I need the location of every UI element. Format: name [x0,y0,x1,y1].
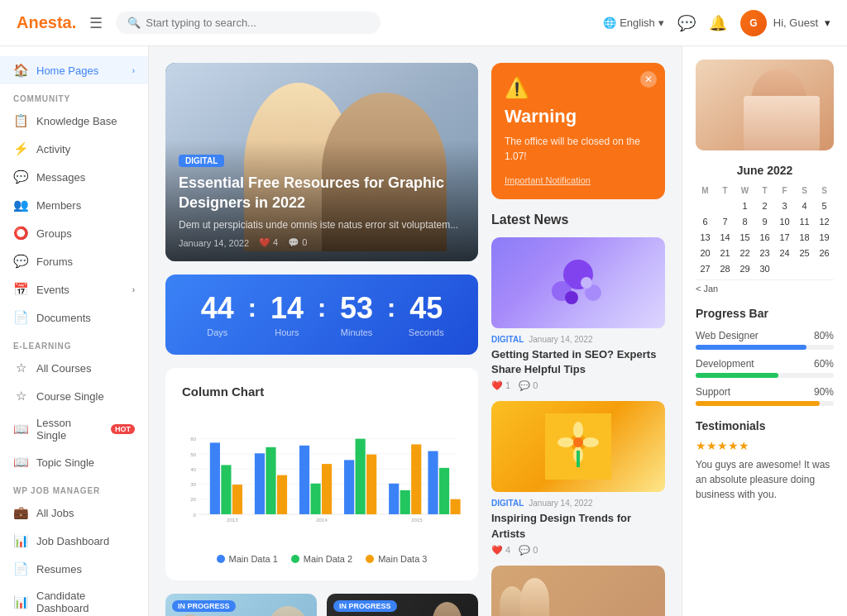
legend-label-1: Main Data 1 [229,554,278,564]
column-chart: 60 50 40 30 20 0 [182,412,462,544]
sidebar-item-course-single[interactable]: ☆Course Single [0,382,148,410]
sidebar-item-lesson-single[interactable]: 📖Lesson SingleHOT [0,410,148,448]
calendar-prev[interactable]: < Jan [696,284,718,294]
sidebar-item-documents[interactable]: 📄Documents [0,303,148,332]
cal-day-19[interactable]: 19 [815,230,834,245]
countdown-hours-label: Hours [275,327,299,337]
chat-button[interactable]: 💬 [677,14,696,32]
cal-day-14[interactable]: 14 [715,230,735,245]
svg-rect-18 [299,446,309,514]
chevron-right-icon: › [132,285,135,294]
cal-day-22[interactable]: 22 [735,246,754,260]
sidebar-item-resumes[interactable]: 📄Resumes [0,555,148,583]
cal-header-t1: T [715,184,735,198]
sidebar-item-home[interactable]: 🏠 Home Pages › [0,56,148,84]
svg-text:20: 20 [190,496,196,502]
cal-day-24[interactable]: 24 [775,246,794,260]
svg-point-42 [557,437,574,447]
cal-day-1[interactable]: 1 [735,198,754,213]
countdown-days-label: Days [207,327,227,337]
cal-day-8[interactable]: 8 [735,214,754,229]
cal-day-6[interactable]: 6 [696,214,715,229]
job-dashboard-icon: 📊 [13,533,28,548]
warning-link[interactable]: Important Notification [505,175,591,185]
latest-news-title: Latest News [491,212,665,227]
search-bar[interactable]: 🔍 [116,12,380,34]
sidebar-item-label: Knowledge Base [36,115,117,127]
news-article-3[interactable] [491,566,665,616]
user-menu[interactable]: G Hi, Guest ▾ [740,10,830,36]
cal-day-empty [696,198,715,213]
sidebar-item-groups[interactable]: ⭕Groups [0,219,148,247]
language-selector[interactable]: 🌐 English ▾ [603,17,664,29]
sidebar-item-members[interactable]: 👥Members [0,191,148,219]
sidebar-item-events[interactable]: 📅Events› [0,275,148,303]
in-progress-card-2[interactable]: IN PROGRESS [327,594,478,616]
cal-day-26[interactable]: 26 [815,246,834,260]
hero-meta: January 14, 2022 ❤️ 4 💬 0 [179,237,465,248]
course-single-icon: ☆ [13,389,28,404]
sidebar-item-forums[interactable]: 💬Forums [0,247,148,275]
sidebar-item-label: Course Single [36,390,104,403]
sidebar-item-job-dashboard[interactable]: 📊Job Dashboard [0,527,148,555]
sidebar-item-topic-single[interactable]: 📖Topic Single [0,448,148,476]
news-date-2: January 14, 2022 [529,499,592,508]
cal-day-16[interactable]: 16 [755,230,774,245]
news-article-1[interactable]: DIGITAL January 14, 2022 Getting Started… [491,237,665,391]
cal-day-4[interactable]: 4 [795,198,814,213]
warning-close-button[interactable]: ✕ [640,71,657,88]
cal-header-m: M [696,184,715,198]
app-layout: Anesta. ☰ 🔍 🌐 English ▾ 💬 🔔 G Hi, Guest … [0,0,847,616]
countdown-separator: : [318,293,327,337]
sidebar-item-knowledge-base[interactable]: 📋Knowledge Base [0,107,148,135]
countdown-days-value: 44 [190,291,245,326]
cal-day-29[interactable]: 29 [735,261,754,276]
sidebar-item-label: Groups [36,227,72,240]
svg-text:2015: 2015 [411,517,423,523]
wpjob-section-label: WP JOB MANAGER [0,476,148,499]
news-article-2[interactable]: DIGITAL January 14, 2022 Inspiring Desig… [491,401,665,555]
legend-dot-2 [291,555,299,563]
legend-item-1: Main Data 1 [217,554,278,564]
hero-card: DIGITAL Essential Free Resources for Gra… [165,63,478,261]
cal-day-23[interactable]: 23 [755,246,774,260]
cal-day-7[interactable]: 7 [715,214,735,229]
cal-day-17[interactable]: 17 [775,230,794,245]
cal-day-15[interactable]: 15 [735,230,754,245]
testimonials-stars: ★★★★★ [696,439,834,452]
messages-icon: 💬 [13,170,28,184]
in-progress-row: IN PROGRESS IN PROGRESS [165,594,478,616]
cal-day-30[interactable]: 30 [755,261,774,276]
progress-bar-bg-1 [696,345,834,350]
cal-day-13[interactable]: 13 [696,230,715,245]
cal-day-2[interactable]: 2 [755,198,774,213]
in-progress-card-1[interactable]: IN PROGRESS [165,594,317,616]
notifications-button[interactable]: 🔔 [709,14,727,32]
cal-day-9[interactable]: 9 [755,214,774,229]
sidebar-item-all-jobs[interactable]: 💼All Jobs [0,499,148,527]
cal-day-12[interactable]: 12 [815,214,834,229]
sidebar-item-candidate-dashboard[interactable]: 📊Candidate Dashboard [0,583,148,616]
cal-day-11[interactable]: 11 [795,214,814,229]
search-input[interactable] [146,17,369,29]
cal-day-28[interactable]: 28 [715,261,735,276]
cal-day-21[interactable]: 21 [715,246,735,260]
sidebar-item-messages[interactable]: 💬Messages [0,163,148,191]
cal-day-27[interactable]: 27 [696,261,715,276]
cal-day-20[interactable]: 20 [696,246,715,260]
testimonial-text: You guys are awesome! It was an absolute… [696,457,834,502]
cal-header-s2: S [815,184,834,198]
sidebar-item-label: Resumes [36,563,82,575]
sidebar-item-all-courses[interactable]: ☆All Courses [0,354,148,382]
cal-day-25[interactable]: 25 [795,246,814,260]
legend-item-2: Main Data 2 [291,554,352,564]
cal-day-10[interactable]: 10 [775,214,794,229]
cal-day-5[interactable]: 5 [815,198,834,213]
cal-header-s1: S [795,184,814,198]
sidebar-item-activity[interactable]: ⚡Activity [0,135,148,163]
warning-title: Warning [505,106,652,127]
calendar-section: June 2022 M T W T F S S 1 2 3 4 5 [696,164,834,294]
hamburger-icon[interactable]: ☰ [89,14,103,32]
cal-day-18[interactable]: 18 [795,230,814,245]
cal-day-3[interactable]: 3 [775,198,794,213]
